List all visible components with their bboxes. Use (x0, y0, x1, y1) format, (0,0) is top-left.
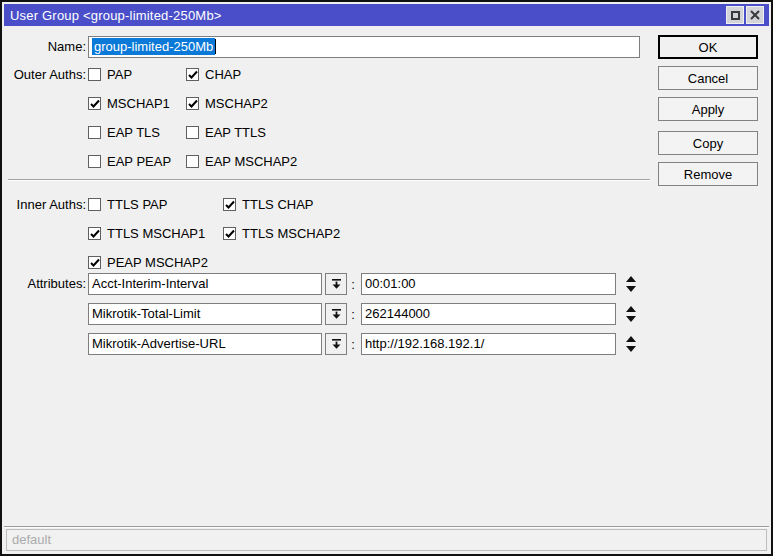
checkbox-label: TTLS CHAP (242, 197, 314, 212)
checkbox-label: TTLS MSCHAP2 (242, 226, 340, 241)
section-separator (8, 179, 650, 181)
name-input[interactable]: group-limited-250Mb (88, 36, 640, 58)
checkbox-eap-ttls[interactable]: EAP TTLS (186, 125, 266, 140)
status-bar: default (6, 529, 767, 551)
attribute-spinner-3[interactable] (623, 335, 639, 353)
outer-auths-row-1: PAP CHAP (88, 67, 241, 82)
attribute-name-input-1[interactable]: Acct-Interim-Interval (88, 273, 322, 295)
checkbox-eap-peap[interactable]: EAP PEAP (88, 154, 186, 169)
maximize-icon (731, 11, 740, 20)
attribute-value-input-2[interactable]: 262144000 (361, 303, 616, 325)
checkbox-box (186, 97, 199, 110)
close-button[interactable] (746, 6, 764, 24)
checkmark-icon (187, 98, 199, 110)
attribute-dropdown-button-2[interactable] (325, 303, 347, 325)
attribute-value-input-3[interactable]: http://192.168.192.1/ (361, 333, 616, 355)
checkbox-box (88, 227, 101, 240)
checkbox-label: EAP PEAP (107, 154, 171, 169)
attribute-spinner-1[interactable] (623, 275, 639, 293)
copy-button[interactable]: Copy (658, 131, 758, 155)
apply-button[interactable]: Apply (658, 97, 758, 121)
checkbox-box (88, 155, 101, 168)
spin-up-icon (626, 336, 636, 342)
attribute-row-2: Mikrotik-Total-Limit : 262144000 (88, 303, 639, 325)
outer-auths-row-4: EAP PEAP EAP MSCHAP2 (88, 154, 297, 169)
checkbox-label: PAP (107, 67, 132, 82)
outer-auths-label: Outer Auths: (6, 67, 86, 83)
dropdown-icon (332, 339, 341, 349)
attribute-dropdown-button-3[interactable] (325, 333, 347, 355)
checkbox-eap-mschap2[interactable]: EAP MSCHAP2 (186, 154, 297, 169)
checkmark-icon (89, 98, 101, 110)
ok-button[interactable]: OK (658, 35, 758, 59)
checkbox-ttls-pap[interactable]: TTLS PAP (88, 197, 223, 212)
checkbox-label: TTLS MSCHAP1 (107, 226, 205, 241)
checkbox-box (88, 68, 101, 81)
attribute-name-input-3[interactable]: Mikrotik-Advertise-URL (88, 333, 322, 355)
attribute-colon: : (351, 277, 355, 292)
checkbox-eap-tls[interactable]: EAP TLS (88, 125, 186, 140)
checkbox-box (223, 227, 236, 240)
dropdown-icon (332, 279, 341, 289)
checkbox-label: EAP TLS (107, 125, 160, 140)
text-caret (215, 39, 216, 54)
name-label: Name: (6, 39, 86, 55)
checkbox-label: EAP MSCHAP2 (205, 154, 297, 169)
selected-text: group-limited-250Mb (92, 38, 215, 55)
checkbox-ttls-mschap2[interactable]: TTLS MSCHAP2 (223, 226, 340, 241)
attribute-value-input-1[interactable]: 00:01:00 (361, 273, 616, 295)
checkbox-label: PEAP MSCHAP2 (107, 255, 208, 270)
checkbox-box (88, 97, 101, 110)
checkbox-label: EAP TTLS (205, 125, 266, 140)
inner-auths-label: Inner Auths: (6, 197, 86, 213)
attribute-row-1: Acct-Interim-Interval : 00:01:00 (88, 273, 639, 295)
spin-down-icon (626, 286, 636, 292)
checkbox-label: MSCHAP2 (205, 96, 268, 111)
close-icon (750, 10, 760, 20)
checkmark-icon (89, 228, 101, 240)
attributes-label: Attributes: (6, 276, 86, 292)
status-text: default (12, 532, 51, 547)
checkbox-chap[interactable]: CHAP (186, 67, 241, 82)
attribute-name-input-2[interactable]: Mikrotik-Total-Limit (88, 303, 322, 325)
checkbox-box (88, 126, 101, 139)
checkbox-label: CHAP (205, 67, 241, 82)
checkmark-icon (187, 69, 199, 81)
checkbox-mschap1[interactable]: MSCHAP1 (88, 96, 186, 111)
checkbox-box (186, 68, 199, 81)
checkbox-box (223, 198, 236, 211)
cancel-button[interactable]: Cancel (658, 66, 758, 90)
checkbox-peap-mschap2[interactable]: PEAP MSCHAP2 (88, 255, 208, 270)
spin-up-icon (626, 306, 636, 312)
checkbox-box (88, 256, 101, 269)
user-group-dialog: User Group <group-limited-250Mb> Name: g… (0, 0, 773, 556)
attribute-row-3: Mikrotik-Advertise-URL : http://192.168.… (88, 333, 639, 355)
spin-down-icon (626, 346, 636, 352)
checkbox-label: MSCHAP1 (107, 96, 170, 111)
attribute-colon: : (351, 307, 355, 322)
checkbox-box (88, 198, 101, 211)
dropdown-icon (332, 309, 341, 319)
checkmark-icon (224, 228, 236, 240)
statusbar-separator (4, 526, 769, 528)
attribute-spinner-2[interactable] (623, 305, 639, 323)
checkmark-icon (224, 199, 236, 211)
checkbox-label: TTLS PAP (107, 197, 167, 212)
spin-down-icon (626, 316, 636, 322)
checkbox-pap[interactable]: PAP (88, 67, 186, 82)
outer-auths-row-3: EAP TLS EAP TTLS (88, 125, 266, 140)
inner-auths-row-3: PEAP MSCHAP2 (88, 255, 208, 270)
remove-button[interactable]: Remove (658, 162, 758, 186)
checkbox-box (186, 155, 199, 168)
titlebar-buttons (726, 6, 764, 24)
maximize-button[interactable] (726, 6, 744, 24)
titlebar[interactable]: User Group <group-limited-250Mb> (4, 4, 769, 26)
checkbox-mschap2[interactable]: MSCHAP2 (186, 96, 268, 111)
attribute-dropdown-button-1[interactable] (325, 273, 347, 295)
outer-auths-row-2: MSCHAP1 MSCHAP2 (88, 96, 268, 111)
checkbox-ttls-mschap1[interactable]: TTLS MSCHAP1 (88, 226, 223, 241)
checkmark-icon (89, 257, 101, 269)
attribute-colon: : (351, 337, 355, 352)
checkbox-box (186, 126, 199, 139)
checkbox-ttls-chap[interactable]: TTLS CHAP (223, 197, 314, 212)
